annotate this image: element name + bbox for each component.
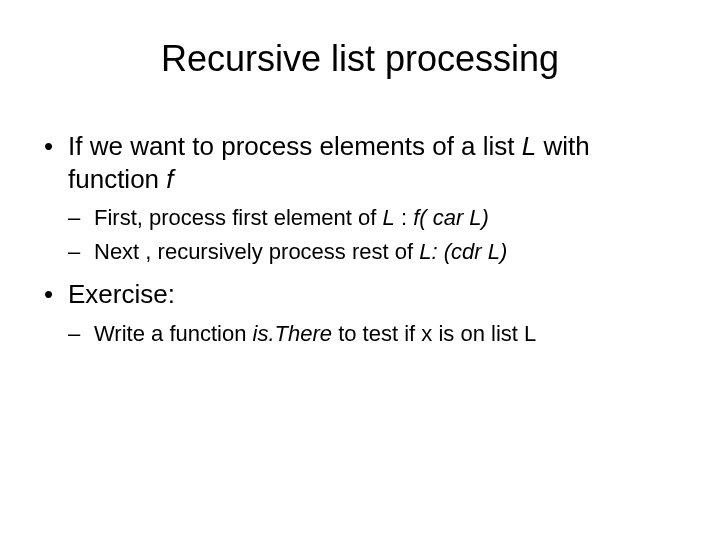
sub-3: Write a function is.There to test if x i… [68, 319, 680, 349]
s3-post: to test if x is on list L [332, 321, 536, 346]
sublist-2: Write a function is.There to test if x i… [68, 319, 680, 349]
b1-pre: If we want to process elements of a list [68, 131, 522, 161]
bullet-1: If we want to process elements of a list… [40, 130, 680, 266]
page-title: Recursive list processing [40, 38, 680, 80]
sub-1: First, process first element of L : f( c… [68, 203, 680, 233]
b2-text: Exercise: [68, 279, 175, 309]
s1-L: L [383, 205, 395, 230]
bullet-list: If we want to process elements of a list… [40, 130, 680, 349]
sub-2: Next , recursively process rest of L: (c… [68, 237, 680, 267]
s2-L: L: (cdr L) [419, 239, 507, 264]
s2-pre: Next , recursively process rest of [94, 239, 419, 264]
sublist-1: First, process first element of L : f( c… [68, 203, 680, 266]
bullet-2: Exercise: Write a function is.There to t… [40, 278, 680, 348]
s1-expr: f( car L) [413, 205, 489, 230]
s1-mid: : [395, 205, 413, 230]
b1-f: f [166, 164, 173, 194]
b1-L: L [522, 131, 536, 161]
s1-pre: First, process first element of [94, 205, 383, 230]
s3-fn: is.There [253, 321, 332, 346]
s3-pre: Write a function [94, 321, 253, 346]
